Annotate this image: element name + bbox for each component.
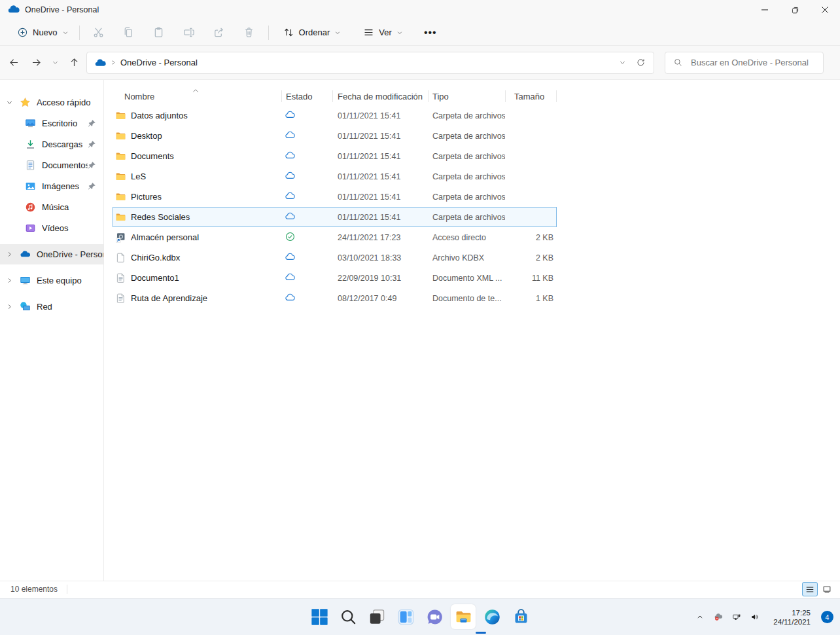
chevron-right-icon bbox=[111, 59, 116, 66]
cut-button[interactable] bbox=[84, 22, 114, 44]
more-options-button[interactable]: ••• bbox=[419, 22, 442, 44]
start-button[interactable] bbox=[305, 602, 334, 633]
sidebar-item-label: Este equipo bbox=[37, 276, 103, 285]
sidebar-item-label: Escritorio bbox=[42, 118, 88, 128]
delete-button[interactable] bbox=[234, 22, 264, 44]
close-button[interactable] bbox=[810, 0, 840, 20]
column-headers: Nombre Estado Fecha de modificación Tipo… bbox=[113, 87, 557, 105]
clock[interactable]: 17:25 24/11/2021 bbox=[769, 608, 814, 627]
star-icon bbox=[20, 97, 34, 108]
file-date: 03/10/2021 18:33 bbox=[332, 253, 428, 263]
copy-button[interactable] bbox=[114, 22, 144, 44]
file-name-cell: Pictures bbox=[113, 191, 281, 202]
minimize-button[interactable] bbox=[750, 0, 780, 20]
address-bar[interactable]: OneDrive - Personal bbox=[86, 52, 654, 74]
sidebar-item-este-equipo[interactable]: Este equipo bbox=[0, 270, 103, 291]
column-header-type[interactable]: Tipo bbox=[428, 92, 505, 101]
refresh-button[interactable] bbox=[631, 54, 650, 72]
file-name: Almacén personal bbox=[131, 232, 199, 242]
pin-placeholder bbox=[88, 224, 101, 232]
search-input[interactable] bbox=[690, 57, 818, 68]
share-button[interactable] bbox=[204, 22, 234, 44]
sidebar-item-descargas[interactable]: Descargas bbox=[0, 134, 103, 154]
status-cloud-icon bbox=[285, 190, 296, 202]
file-status-cell bbox=[281, 130, 332, 143]
sidebar-item-label: Vídeos bbox=[42, 223, 88, 233]
sidebar-item-imagenes[interactable]: Imágenes bbox=[0, 175, 103, 196]
file-name-cell: Ruta de Aprendizaje bbox=[113, 293, 281, 304]
file-row[interactable]: Pictures01/11/2021 15:41Carpeta de archi… bbox=[113, 187, 557, 207]
file-row[interactable]: LeS01/11/2021 15:41Carpeta de archivos bbox=[113, 166, 557, 187]
file-row[interactable]: Redes Sociales01/11/2021 15:41Carpeta de… bbox=[113, 207, 557, 227]
file-row[interactable]: ChiriGo.kdbx03/10/2021 18:33Archivo KDBX… bbox=[113, 247, 557, 268]
file-explorer-window: OneDrive - Personal Nuevo bbox=[0, 0, 840, 635]
sidebar-item-musica[interactable]: Música bbox=[0, 196, 103, 217]
file-row[interactable]: Almacén personal24/11/2021 17:23Acceso d… bbox=[113, 227, 557, 247]
chevron-right-icon[interactable] bbox=[0, 303, 20, 310]
column-header-name[interactable]: Nombre bbox=[113, 92, 281, 101]
up-button[interactable] bbox=[63, 52, 85, 73]
pane-divider bbox=[103, 80, 104, 581]
onedrive-icon bbox=[8, 5, 20, 15]
details-view-toggle[interactable] bbox=[802, 582, 818, 596]
file-row[interactable]: Desktop01/11/2021 15:41Carpeta de archiv… bbox=[113, 126, 557, 146]
edge-icon[interactable] bbox=[478, 602, 506, 633]
chevron-right-icon[interactable] bbox=[0, 277, 20, 284]
items-count: 10 elementos bbox=[10, 585, 58, 594]
recent-locations-button[interactable] bbox=[47, 52, 63, 73]
file-date: 22/09/2019 10:31 bbox=[332, 274, 428, 283]
rename-button[interactable] bbox=[174, 22, 204, 44]
file-status-cell bbox=[281, 211, 332, 224]
tray-chevron-up-icon[interactable] bbox=[691, 606, 709, 629]
file-date: 01/11/2021 15:41 bbox=[332, 172, 428, 181]
file-row[interactable]: Documents01/11/2021 15:41Carpeta de arch… bbox=[113, 146, 557, 166]
forward-button[interactable] bbox=[25, 52, 47, 73]
breadcrumb-segment[interactable]: OneDrive - Personal bbox=[120, 58, 198, 67]
back-button[interactable] bbox=[3, 52, 25, 73]
file-explorer-icon[interactable] bbox=[449, 602, 478, 633]
sidebar-item-documentos[interactable]: Documentos bbox=[0, 154, 103, 175]
task-view-icon[interactable] bbox=[362, 602, 391, 633]
column-divider[interactable] bbox=[428, 90, 429, 102]
column-header-size[interactable]: Tamaño bbox=[505, 92, 557, 101]
notification-badge[interactable]: 4 bbox=[821, 611, 833, 623]
column-divider[interactable] bbox=[556, 90, 557, 102]
chat-icon[interactable] bbox=[420, 602, 449, 633]
file-name: ChiriGo.kdbx bbox=[131, 253, 180, 263]
tray-onedrive-paused-icon[interactable] bbox=[710, 606, 727, 629]
file-type: Carpeta de archivos bbox=[428, 172, 505, 181]
pin-icon bbox=[88, 182, 101, 190]
restore-button[interactable] bbox=[780, 0, 810, 20]
file-name: Documento1 bbox=[131, 273, 179, 283]
paste-button[interactable] bbox=[144, 22, 174, 44]
chevron-right-icon[interactable] bbox=[0, 251, 20, 258]
column-divider[interactable] bbox=[332, 90, 333, 102]
file-row[interactable]: Documento122/09/2019 10:31Documento XML … bbox=[113, 268, 557, 288]
column-divider[interactable] bbox=[505, 90, 506, 102]
file-row[interactable]: Datos adjuntos01/11/2021 15:41Carpeta de… bbox=[113, 105, 557, 126]
sidebar-item-videos[interactable]: Vídeos bbox=[0, 217, 103, 238]
toolbar-separator bbox=[268, 26, 269, 40]
column-divider[interactable] bbox=[281, 90, 282, 102]
view-button[interactable]: Ver bbox=[357, 22, 410, 44]
status-synced-icon bbox=[285, 231, 296, 242]
large-icons-view-toggle[interactable] bbox=[819, 582, 835, 596]
sidebar-item-onedrive-personal[interactable]: OneDrive - Personal bbox=[0, 244, 103, 264]
tray-volume-icon[interactable] bbox=[746, 606, 763, 629]
column-header-status[interactable]: Estado bbox=[281, 92, 332, 101]
sidebar-item-red[interactable]: Red bbox=[0, 297, 103, 317]
address-dropdown-button[interactable] bbox=[613, 54, 631, 72]
column-header-date[interactable]: Fecha de modificación bbox=[332, 92, 428, 101]
taskbar-search-icon[interactable] bbox=[334, 602, 362, 633]
new-button[interactable]: Nuevo bbox=[10, 22, 75, 44]
taskbar: 17:25 24/11/2021 4 bbox=[0, 598, 840, 635]
file-name: Desktop bbox=[131, 131, 162, 141]
file-row[interactable]: Ruta de Aprendizaje08/12/2017 0:49Docume… bbox=[113, 288, 557, 308]
sort-button[interactable]: Ordenar bbox=[277, 22, 348, 44]
widgets-icon[interactable] bbox=[391, 602, 420, 633]
store-icon[interactable] bbox=[506, 602, 535, 633]
tray-network-icon[interactable] bbox=[728, 606, 745, 629]
sidebar-item-acceso-rapido[interactable]: Acceso rápido bbox=[0, 92, 103, 113]
sidebar-item-escritorio[interactable]: Escritorio bbox=[0, 113, 103, 134]
chevron-down-icon[interactable] bbox=[0, 99, 20, 106]
